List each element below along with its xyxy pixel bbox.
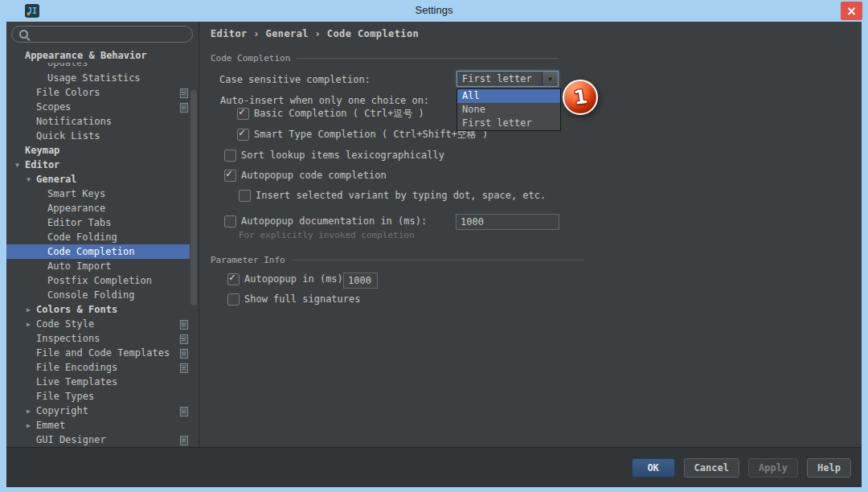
sidebar-item-label: Usage Statistics (47, 72, 141, 84)
breadcrumb: Editor › General › Code Completion (211, 28, 419, 39)
group-header-code-completion: Code Completion (211, 53, 559, 64)
dropdown-option-first-letter[interactable]: First letter (457, 117, 560, 130)
sidebar-item-label: Appearance & Behavior (25, 50, 147, 61)
basic-completion-option: Basic Completion ( Ctrl+逗号 ) (237, 108, 424, 121)
group-title: Parameter Info (211, 255, 285, 265)
sidebar-item-usage-statistics[interactable]: Usage Statistics (6, 71, 199, 85)
window-title: Settings (0, 4, 868, 16)
sidebar-item-file-and-code-templates[interactable]: File and Code Templates (6, 346, 199, 360)
shared-settings-icon (180, 320, 188, 330)
insert-variant-checkbox[interactable] (239, 190, 251, 202)
sidebar-item-inspections[interactable]: Inspections (6, 331, 199, 346)
dialog-body: Appearance & BehaviorUpdatesUsage Statis… (6, 22, 862, 487)
sidebar-item-appearance-behavior[interactable]: Appearance & Behavior (6, 48, 199, 63)
sidebar-item-label: Emmet (36, 420, 65, 431)
case-sensitive-label: Case sensitive completion: (219, 73, 371, 86)
settings-window: JI Settings × Appearance & BehaviorUpdat… (0, 0, 868, 492)
sidebar-scrollbar[interactable] (190, 90, 197, 305)
group-divider (292, 260, 584, 260)
chevron-right-icon[interactable]: ▶ (27, 306, 36, 314)
sidebar-item-postfix-completion[interactable]: Postfix Completion (6, 273, 199, 288)
autopopup-code-checkbox[interactable] (224, 170, 236, 182)
chevron-down-icon[interactable]: ▼ (542, 72, 558, 86)
autopopup-doc-checkbox[interactable] (224, 215, 236, 228)
sidebar-item-auto-import[interactable]: Auto Import (6, 259, 199, 273)
sidebar-item-updates[interactable]: Updates (6, 63, 199, 71)
chevron-right-icon[interactable]: ▶ (27, 422, 36, 429)
chevron-down-icon[interactable]: ▼ (15, 162, 25, 169)
dropdown-option-all[interactable]: All (457, 89, 560, 103)
autopopup-doc-ms-input[interactable] (456, 214, 559, 230)
sidebar-item-editor-tabs[interactable]: Editor Tabs (6, 215, 199, 230)
sidebar-item-copyright[interactable]: ▶Copyright (6, 404, 199, 418)
show-signatures-checkbox[interactable] (227, 293, 240, 305)
sidebar-item-gui-designer[interactable]: GUI Designer (6, 433, 199, 447)
chevron-down-icon[interactable]: ▼ (27, 176, 36, 183)
sidebar-item-label: Editor (25, 159, 59, 170)
sidebar-item-code-style[interactable]: ▶Code Style (6, 317, 199, 331)
sidebar-item-smart-keys[interactable]: Smart Keys (6, 187, 199, 201)
sidebar-item-file-encodings[interactable]: File Encodings (6, 360, 199, 375)
smart-type-checkbox[interactable] (237, 129, 249, 141)
group-divider (297, 58, 559, 59)
dropdown-option-none[interactable]: None (457, 103, 560, 117)
sidebar-item-quick-lists[interactable]: Quick Lists (6, 129, 199, 143)
sidebar-item-general[interactable]: ▼General (6, 172, 199, 187)
sidebar-item-label: Updates (47, 63, 88, 68)
sidebar-item-label: General (36, 174, 77, 185)
sidebar-item-colors-fonts[interactable]: ▶Colors & Fonts (6, 302, 199, 317)
sidebar-item-label: Code Folding (47, 232, 117, 243)
sidebar-item-label: Colors & Fonts (36, 304, 117, 315)
sidebar-item-scopes[interactable]: Scopes (6, 100, 199, 114)
show-signatures-option: Show full signatures (227, 293, 361, 306)
sort-lookup-label: Sort lookup items lexicographically (241, 150, 444, 162)
sidebar-item-file-colors[interactable]: File Colors (6, 85, 199, 100)
param-autopopup-checkbox[interactable] (227, 273, 240, 285)
sidebar-item-emmet[interactable]: ▶Emmet (6, 418, 199, 433)
annotation-badge: 1 (563, 80, 598, 115)
sidebar-item-appearance[interactable]: Appearance (6, 201, 199, 215)
sidebar-item-label: Smart Keys (47, 188, 105, 199)
search-box[interactable] (11, 26, 193, 43)
sidebar-item-label: Copyright (36, 405, 88, 416)
search-input[interactable] (28, 29, 192, 40)
auto-insert-label: Auto-insert when only one choice on: (220, 94, 429, 107)
group-title: Code Completion (211, 53, 290, 64)
basic-completion-checkbox[interactable] (237, 108, 249, 120)
param-autopopup-option: Autopopup in (ms): (227, 273, 349, 286)
sort-lookup-checkbox[interactable] (224, 150, 236, 162)
sidebar-item-label: File Types (36, 391, 94, 402)
autopopup-doc-label: Autopopup documentation in (ms): (241, 215, 427, 228)
param-autopopup-label: Autopopup in (ms): (244, 273, 349, 285)
cancel-button[interactable]: Cancel (684, 458, 739, 478)
sidebar-item-editor[interactable]: ▼Editor (6, 158, 199, 172)
sidebar-item-notifications[interactable]: Notifications (6, 114, 199, 129)
autopopup-doc-option: Autopopup documentation in (ms): (224, 215, 427, 228)
settings-content: Editor › General › Code Completion Code … (199, 22, 862, 447)
sidebar-item-console-folding[interactable]: Console Folding (6, 288, 199, 302)
sort-lookup-option: Sort lookup items lexicographically (224, 150, 444, 162)
chevron-right-icon[interactable]: ▶ (27, 408, 36, 415)
ok-button[interactable]: OK (632, 458, 675, 478)
sidebar-item-code-folding[interactable]: Code Folding (6, 230, 199, 244)
sidebar-item-label: Keymap (25, 145, 59, 156)
autopopup-code-label: Autopopup code completion (241, 170, 387, 182)
sidebar-item-live-templates[interactable]: Live Templates (6, 375, 199, 389)
help-button[interactable]: Help (807, 458, 851, 478)
insert-variant-label: Insert selected variant by typing dot, s… (256, 190, 546, 202)
close-button[interactable]: × (841, 2, 862, 20)
case-sensitive-dropdown[interactable]: First letter ▼ (457, 71, 559, 87)
sidebar-item-label: GUI Designer (36, 434, 106, 445)
apply-button[interactable]: Apply (748, 458, 798, 478)
sidebar-item-keymap[interactable]: Keymap (6, 143, 199, 158)
param-autopopup-ms-input[interactable] (343, 273, 378, 289)
basic-completion-label: Basic Completion ( Ctrl+逗号 ) (254, 108, 424, 120)
chevron-right-icon[interactable]: ▶ (27, 321, 36, 328)
autopopup-doc-hint: For explicitly invoked completion (239, 230, 415, 240)
sidebar-item-file-types[interactable]: File Types (6, 389, 199, 404)
sidebar-item-code-completion[interactable]: Code Completion (6, 244, 190, 259)
sidebar-item-label: Inspections (36, 333, 100, 344)
sidebar-item-label: Postfix Completion (47, 275, 152, 286)
sidebar-item-label: Quick Lists (36, 130, 100, 141)
sidebar-item-label: Editor Tabs (47, 217, 111, 228)
